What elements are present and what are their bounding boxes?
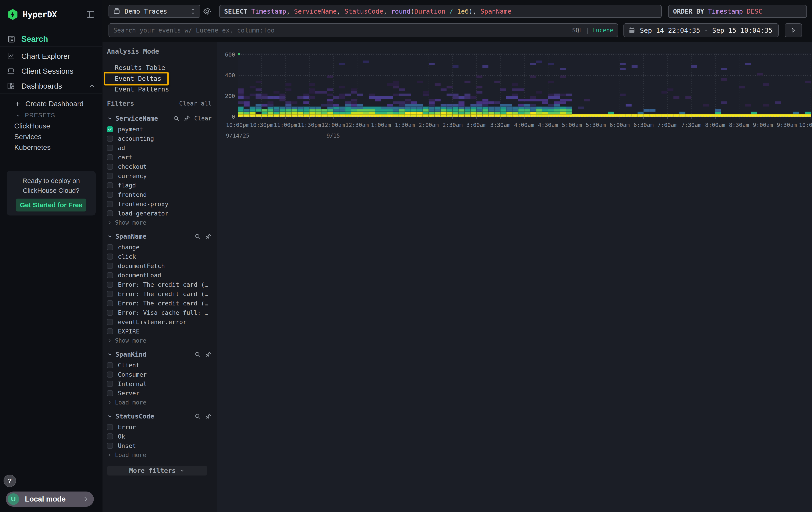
checkbox[interactable] (107, 372, 113, 378)
filter-option-ok[interactable]: Ok (107, 432, 212, 441)
event-search-box[interactable]: SQL | Lucene (109, 23, 618, 37)
sidebar-item-kubernetes[interactable]: Kubernetes (14, 143, 51, 152)
filter-option-accounting[interactable]: accounting (107, 134, 212, 143)
checkbox[interactable] (107, 309, 113, 316)
chevron-down-icon[interactable] (107, 351, 113, 357)
analysis-mode-option-event-deltas[interactable]: Event Deltas (107, 73, 212, 84)
checkbox[interactable] (107, 182, 113, 188)
filter-option-error[interactable]: Error (107, 423, 212, 432)
sidebar-item-dashboards[interactable]: Dashboards (0, 79, 102, 93)
checkbox[interactable] (107, 201, 113, 207)
filter-option-server[interactable]: Server (107, 389, 212, 398)
search-icon[interactable] (173, 115, 180, 122)
filter-option-documentload[interactable]: documentLoad (107, 271, 212, 280)
search-input[interactable] (113, 27, 572, 34)
order-by-editor[interactable]: ORDER BY Timestamp DESC (668, 5, 807, 18)
filter-option-error-visa-cache-full[interactable]: Error: Visa cache full: … (107, 308, 212, 318)
filter-option-frontend[interactable]: frontend (107, 190, 212, 199)
toggle-sql[interactable]: SQL (572, 27, 583, 34)
filter-option-cart[interactable]: cart (107, 153, 212, 162)
pin-icon[interactable] (205, 351, 212, 358)
run-query-button[interactable] (785, 23, 802, 37)
help-button[interactable]: ? (4, 475, 16, 487)
chevron-down-icon[interactable] (107, 234, 113, 239)
checkbox[interactable] (107, 433, 113, 439)
pin-icon[interactable] (205, 233, 212, 240)
more-filters-button[interactable]: More filters (107, 466, 207, 476)
filter-option-change[interactable]: change (107, 243, 212, 252)
checkbox[interactable] (107, 154, 113, 160)
filter-option-frontend-proxy[interactable]: frontend-proxy (107, 199, 212, 209)
filter-option-checkout[interactable]: checkout (107, 162, 212, 171)
filter-group-clear-button[interactable]: Clear (194, 115, 212, 122)
filter-option-error-the-credit-card[interactable]: Error: The credit card (… (107, 289, 212, 299)
time-range-picker[interactable]: Sep 14 22:04:35 - Sep 15 10:04:35 (624, 23, 779, 37)
checkbox[interactable] (107, 424, 113, 430)
pin-icon[interactable] (184, 115, 190, 122)
filter-option-payment[interactable]: payment (107, 125, 212, 134)
chevron-up-icon[interactable] (89, 83, 95, 89)
checkbox[interactable] (107, 390, 113, 396)
sidebar-item-chart-explorer[interactable]: Chart Explorer (0, 49, 102, 63)
source-select[interactable]: Demo Traces (109, 5, 200, 18)
filter-option-eventlistener-error[interactable]: eventListener.error (107, 318, 212, 327)
checkbox[interactable] (107, 244, 113, 250)
filter-option-currency[interactable]: currency (107, 171, 212, 181)
search-icon[interactable] (194, 351, 201, 358)
toggle-lucene[interactable]: Lucene (592, 27, 613, 34)
show-more-button[interactable]: Show more (107, 336, 212, 345)
gear-icon[interactable] (202, 6, 212, 17)
show-more-button[interactable]: Show more (107, 218, 212, 227)
checkbox[interactable] (107, 319, 113, 325)
pin-icon[interactable] (205, 413, 212, 420)
checkbox[interactable] (107, 272, 113, 278)
create-dashboard-button[interactable]: Create Dashboard (14, 100, 83, 108)
checkbox[interactable] (107, 263, 113, 269)
checkbox[interactable] (107, 126, 113, 132)
language-toggle[interactable]: SQL | Lucene (572, 27, 613, 34)
load-more-button[interactable]: Load more (107, 451, 212, 459)
filter-option-error-the-credit-card[interactable]: Error: The credit card (… (107, 299, 212, 308)
checkbox[interactable] (107, 281, 113, 288)
filter-option-internal[interactable]: Internal (107, 379, 212, 389)
sidebar-collapse-icon[interactable] (86, 9, 95, 19)
checkbox[interactable] (107, 291, 113, 297)
checkbox[interactable] (107, 362, 113, 368)
checkbox[interactable] (107, 300, 113, 306)
filter-option-expire[interactable]: EXPIRE (107, 327, 212, 336)
clear-all-button[interactable]: Clear all (179, 100, 212, 107)
search-icon[interactable] (194, 233, 201, 240)
sql-select-editor[interactable]: SELECT Timestamp, ServiceName, StatusCod… (219, 5, 662, 18)
filter-option-flagd[interactable]: flagd (107, 181, 212, 190)
checkbox[interactable] (107, 164, 113, 170)
checkbox[interactable] (107, 381, 113, 387)
checkbox[interactable] (107, 253, 113, 260)
sidebar-item-services[interactable]: Services (14, 133, 41, 141)
checkbox[interactable] (107, 443, 113, 449)
checkbox[interactable] (107, 210, 113, 216)
checkbox[interactable] (107, 145, 113, 151)
chevron-down-icon[interactable] (107, 115, 113, 121)
sidebar-item-client-sessions[interactable]: Client Sessions (0, 64, 102, 78)
filter-option-consumer[interactable]: Consumer (107, 370, 212, 379)
filter-option-ad[interactable]: ad (107, 143, 212, 153)
checkbox[interactable] (107, 173, 113, 179)
checkbox[interactable] (107, 136, 113, 141)
account-menu[interactable]: U Local mode (6, 491, 94, 507)
checkbox[interactable] (107, 328, 113, 334)
filter-option-unset[interactable]: Unset (107, 441, 212, 451)
presets-toggle[interactable]: PRESETS (16, 112, 55, 119)
filter-option-client[interactable]: Client (107, 360, 212, 370)
analysis-mode-option-event-patterns[interactable]: Event Patterns (107, 84, 212, 95)
analysis-mode-option-results-table[interactable]: Results Table (107, 62, 212, 73)
chevron-down-icon[interactable] (107, 413, 113, 419)
get-started-button[interactable]: Get Started for Free (16, 198, 86, 212)
sidebar-item-clickhouse[interactable]: ClickHouse (14, 122, 50, 130)
sidebar-item-search[interactable]: Search (0, 32, 102, 46)
load-more-button[interactable]: Load more (107, 398, 212, 407)
filter-option-load-generator[interactable]: load-generator (107, 209, 212, 218)
search-icon[interactable] (194, 413, 201, 420)
filter-option-documentfetch[interactable]: documentFetch (107, 261, 212, 271)
checkbox[interactable] (107, 192, 113, 198)
filter-option-error-the-credit-card[interactable]: Error: The credit card (… (107, 280, 212, 289)
